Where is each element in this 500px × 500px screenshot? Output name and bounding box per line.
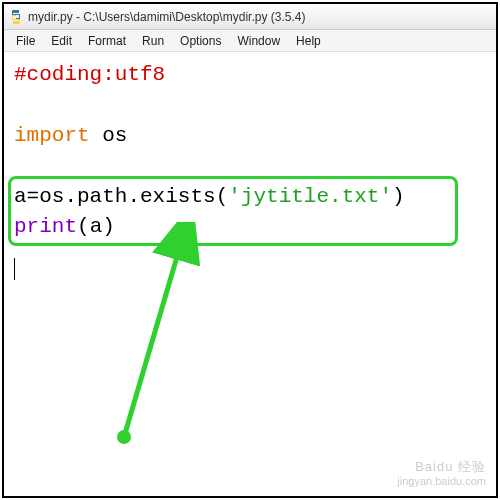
menu-options[interactable]: Options xyxy=(172,32,229,50)
text-cursor xyxy=(14,258,15,280)
close-paren: ) xyxy=(392,185,405,208)
assign-expr: a=os.path.exists( xyxy=(14,185,228,208)
svg-line-2 xyxy=(124,250,179,437)
idle-window: mydir.py - C:\Users\damimi\Desktop\mydir… xyxy=(2,2,498,498)
titlebar: mydir.py - C:\Users\damimi\Desktop\mydir… xyxy=(4,4,496,30)
import-module: os xyxy=(90,124,128,147)
string-literal: 'jytitle.txt' xyxy=(228,185,392,208)
paren-open: ( xyxy=(77,215,90,238)
svg-point-1 xyxy=(117,430,131,444)
menu-edit[interactable]: Edit xyxy=(43,32,80,50)
menu-window[interactable]: Window xyxy=(229,32,288,50)
annotation-arrow-icon xyxy=(104,222,254,452)
import-keyword: import xyxy=(14,124,90,147)
menubar: File Edit Format Run Options Window Help xyxy=(4,30,496,52)
paren-close: ) xyxy=(102,215,115,238)
window-title: mydir.py - C:\Users\damimi\Desktop\mydir… xyxy=(28,10,305,24)
print-arg: a xyxy=(90,215,103,238)
menu-file[interactable]: File xyxy=(8,32,43,50)
print-builtin: print xyxy=(14,215,77,238)
code-editor[interactable]: #coding:utf8 import os a=os.path.exists(… xyxy=(4,52,496,496)
comment-line: #coding:utf8 xyxy=(14,63,165,86)
python-icon xyxy=(8,9,24,25)
menu-run[interactable]: Run xyxy=(134,32,172,50)
menu-format[interactable]: Format xyxy=(80,32,134,50)
menu-help[interactable]: Help xyxy=(288,32,329,50)
